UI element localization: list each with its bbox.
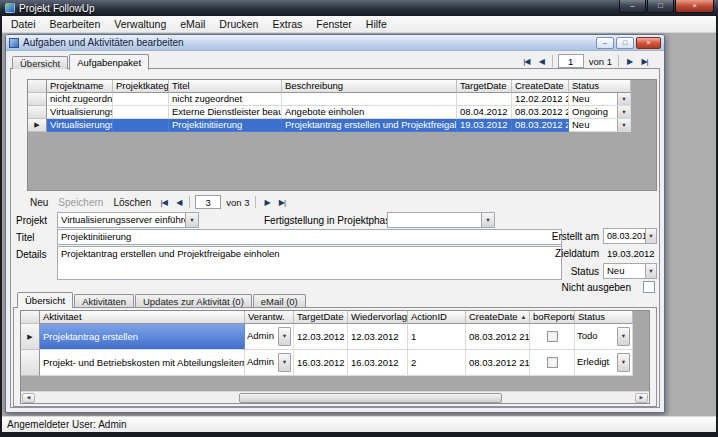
boreported-checkbox[interactable] — [547, 357, 558, 368]
cell-createdate[interactable]: 08.03.2012 21:12 — [466, 324, 530, 350]
cell-status-combo[interactable]: Todo ▼ — [575, 324, 633, 350]
move-next-icon[interactable]: ▶ — [259, 195, 274, 210]
task-row[interactable]: Virtualisierungsse... Externe Dienstleis… — [28, 106, 656, 119]
col-createdate[interactable]: CreateDate ▲ — [466, 311, 530, 324]
cell-projektname[interactable]: Virtualisierungsse... — [47, 119, 113, 132]
cell-targetdate[interactable]: 19.03.2012 — [457, 119, 512, 132]
row-selector[interactable] — [28, 106, 47, 119]
projekt-combobox[interactable]: Virtualisierungsserver einführen ▼ — [57, 212, 199, 228]
col-createdate[interactable]: CreateDate — [512, 80, 569, 93]
col-actionid[interactable]: ActionID — [408, 311, 466, 324]
dropdown-icon[interactable]: ▼ — [645, 264, 656, 278]
dropdown-icon[interactable]: ▼ — [481, 213, 494, 227]
dropdown-icon[interactable]: ▼ — [617, 106, 630, 118]
col-verantw[interactable]: Verantw. — [245, 311, 294, 324]
menu-hilfe[interactable]: Hilfe — [359, 17, 394, 31]
col-targetdate[interactable]: TargetDate — [457, 80, 512, 93]
close-icon[interactable]: × — [675, 0, 714, 13]
scroll-right-icon[interactable]: ▶ — [635, 393, 648, 403]
horizontal-scrollbar[interactable]: ◀ ▶ — [21, 391, 649, 403]
dropdown-icon[interactable]: ▼ — [617, 327, 630, 346]
speichern-button[interactable]: Speichern — [53, 195, 108, 210]
menu-bearbeiten[interactable]: Bearbeiten — [43, 17, 108, 31]
cell-projektname[interactable]: Virtualisierungsse... — [47, 106, 113, 119]
cell-status-combo[interactable]: Erledigt ▼ — [575, 350, 633, 376]
cell-verantw-combo[interactable]: Admin ▼ — [245, 350, 294, 376]
tab-email[interactable]: eMail (0) — [253, 294, 306, 307]
cell-boreported[interactable] — [530, 350, 575, 376]
cell-createdate[interactable]: 12.02.2012 21:40 — [512, 93, 569, 106]
details-input[interactable]: Projektantrag erstellen und Projektfreig… — [57, 246, 562, 280]
task-row-selected[interactable]: ▶ Virtualisierungsse... Projektinitiieru… — [28, 119, 656, 132]
cell-wiedervorlage[interactable]: 12.03.2012 — [348, 324, 408, 350]
scroll-left-icon[interactable]: ◀ — [22, 393, 35, 403]
move-last-icon[interactable]: ▶| — [274, 195, 289, 210]
cell-status-combo[interactable]: Neu ▼ — [569, 93, 631, 106]
move-previous-icon[interactable]: ◀ — [534, 54, 549, 69]
col-projektname[interactable]: Projektname — [47, 80, 113, 93]
col-titel[interactable]: Titel — [169, 80, 282, 93]
activity-row-selected[interactable]: ▶ Projektantrag erstellen Admin ▼ 12.03.… — [21, 324, 649, 350]
cell-actionid[interactable]: 2 — [408, 350, 466, 376]
child-minimize-icon[interactable]: – — [596, 37, 614, 49]
cell-targetdate[interactable]: 16.03.2012 — [294, 350, 348, 376]
cell-verantw-combo[interactable]: Admin ▼ — [245, 324, 294, 350]
tab-aufgabenpaket[interactable]: Aufgabenpaket — [69, 54, 149, 70]
cell-wiedervorlage[interactable]: 16.03.2012 — [348, 350, 408, 376]
menu-extras[interactable]: Extras — [265, 17, 309, 31]
maximize-icon[interactable]: □ — [647, 0, 674, 13]
child-restore-icon[interactable]: □ — [616, 37, 634, 49]
cell-actionid[interactable]: 1 — [408, 324, 466, 350]
cell-createdate[interactable]: 08.03.2012 21:12 — [466, 350, 530, 376]
task-row[interactable]: nicht zugeordnet nicht zugeordnet 12.02.… — [28, 93, 656, 106]
col-status[interactable]: Status — [575, 311, 633, 324]
col-boreported[interactable]: boReported — [530, 311, 575, 324]
grid-corner[interactable] — [21, 311, 40, 324]
cell-targetdate[interactable] — [457, 93, 512, 106]
cell-status-combo[interactable]: Ongoing ▼ — [569, 106, 631, 119]
cell-beschreibung[interactable]: Angebote einholen — [282, 106, 457, 119]
position-input[interactable]: 1 — [558, 54, 584, 68]
grid-corner[interactable] — [28, 80, 47, 93]
cell-boreported[interactable] — [530, 324, 575, 350]
row-selector[interactable] — [28, 93, 47, 106]
child-titlebar[interactable]: Aufgaben und Aktivitäten bearbeiten – □ … — [6, 35, 664, 51]
tab-aktivitaet-uebersicht[interactable]: Übersicht — [17, 292, 73, 308]
move-previous-icon[interactable]: ◀ — [171, 195, 186, 210]
cell-projektkategorie[interactable] — [113, 106, 169, 119]
move-first-icon[interactable]: |◀ — [156, 195, 171, 210]
col-targetdate[interactable]: TargetDate — [294, 311, 348, 324]
col-projektkategorie[interactable]: Projektkategorie — [113, 80, 169, 93]
cell-beschreibung[interactable]: Projektantrag erstellen und Projektfreig… — [282, 119, 457, 132]
neu-button[interactable]: Neu — [25, 195, 53, 210]
status-combobox[interactable]: Neu ▼ — [603, 263, 657, 279]
minimize-icon[interactable]: – — [619, 0, 646, 13]
menu-datei[interactable]: Datei — [4, 17, 43, 31]
boreported-checkbox[interactable] — [547, 331, 558, 342]
cell-targetdate[interactable]: 08.04.2012 — [457, 106, 512, 119]
loeschen-button[interactable]: Löschen — [108, 195, 156, 210]
move-next-icon[interactable]: ▶ — [622, 54, 637, 69]
tab-updates[interactable]: Updates zur Aktivität (0) — [135, 294, 252, 307]
cell-titel[interactable]: Externe Dienstleister beauftragen — [169, 106, 282, 119]
cell-targetdate[interactable]: 12.03.2012 — [294, 324, 348, 350]
current-row-icon[interactable]: ▶ — [28, 119, 47, 132]
menu-verwaltung[interactable]: Verwaltung — [107, 17, 173, 31]
dropdown-icon[interactable]: ▼ — [185, 213, 198, 227]
scrollbar-track[interactable] — [36, 393, 634, 403]
current-row-icon[interactable]: ▶ — [21, 324, 40, 350]
move-last-icon[interactable]: ▶| — [637, 54, 652, 69]
projektphase-combobox[interactable]: ▼ — [387, 212, 495, 228]
cell-aktivitaet[interactable]: Projektantrag erstellen — [40, 324, 245, 350]
dropdown-icon[interactable]: ▼ — [617, 93, 630, 105]
scrollbar-thumb[interactable] — [239, 393, 502, 403]
col-beschreibung[interactable]: Beschreibung — [282, 80, 457, 93]
dropdown-icon[interactable]: ▼ — [278, 327, 291, 346]
cell-beschreibung[interactable] — [282, 93, 457, 106]
child-close-icon[interactable]: × — [636, 37, 661, 49]
titel-input[interactable]: Projektinitiierung — [57, 229, 562, 245]
cell-titel[interactable]: nicht zugeordnet — [169, 93, 282, 106]
dropdown-icon[interactable]: ▼ — [645, 229, 656, 243]
menu-fenster[interactable]: Fenster — [309, 17, 359, 31]
dropdown-icon[interactable]: ▼ — [617, 353, 630, 372]
